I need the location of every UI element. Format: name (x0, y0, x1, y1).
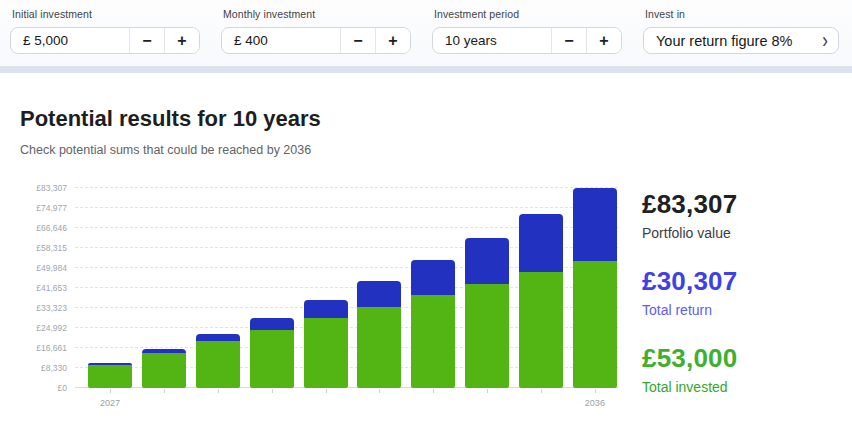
y-axis-label: £16,661 (36, 343, 67, 353)
y-axis-label: £74,977 (36, 203, 67, 213)
monthly-investment-increment-button[interactable]: + (375, 28, 410, 53)
x-axis-label: 2027 (100, 398, 120, 408)
bar-invested-segment (465, 284, 509, 388)
x-axis-tick (272, 389, 273, 393)
initial-investment-input[interactable] (11, 28, 129, 53)
investment-period-input[interactable] (433, 28, 551, 53)
x-axis-tick (433, 389, 434, 393)
y-axis-label: £49,984 (36, 263, 67, 273)
portfolio-value-amount: £83,307 (642, 188, 737, 220)
investment-period-increment-button[interactable]: + (586, 28, 621, 53)
invest-in-select[interactable]: Your return figure 8% › (643, 27, 839, 54)
initial-investment-label: Initial investment (12, 8, 200, 20)
bar-return-segment (196, 334, 240, 342)
total-return-item: £30,307 Total return (642, 265, 737, 319)
initial-investment-box: − + (10, 27, 200, 54)
bar-invested-segment (573, 261, 617, 388)
chart-bars: 20272036 (75, 188, 618, 388)
bar-return-segment (304, 300, 348, 319)
bar-return-segment (357, 281, 401, 307)
monthly-investment-decrement-button[interactable]: − (340, 28, 375, 53)
y-axis-label: £33,323 (36, 303, 67, 313)
bar-return-segment (250, 318, 294, 330)
x-axis-tick (379, 389, 380, 393)
total-return-amount: £30,307 (642, 265, 737, 297)
y-axis-label: £66,646 (36, 223, 67, 233)
total-invested-label: Total invested (642, 378, 737, 396)
invest-in-control: Invest in Your return figure 8% › (643, 8, 839, 66)
invest-in-label: Invest in (645, 8, 839, 20)
bar-return-segment (573, 188, 617, 261)
bar-2027[interactable]: 2027 (88, 363, 132, 389)
bar-invested-segment (88, 365, 132, 389)
y-axis-label: £0 (58, 383, 67, 393)
y-axis-label: £58,315 (36, 243, 67, 253)
bar-invested-segment (357, 307, 401, 388)
bar-2033[interactable] (411, 260, 455, 388)
chevron-right-icon: › (822, 29, 828, 52)
invest-in-selected-value: Your return figure 8% (656, 33, 793, 49)
page-subtitle: Check potential sums that could be reach… (20, 143, 832, 158)
monthly-investment-input[interactable] (222, 28, 340, 53)
controls-bar: Initial investment − + Monthly investmen… (0, 0, 852, 73)
bar-invested-segment (196, 341, 240, 388)
x-axis-tick (218, 389, 219, 393)
bar-2035[interactable] (519, 214, 563, 388)
monthly-investment-control: Monthly investment − + (221, 8, 411, 66)
bar-2034[interactable] (465, 238, 509, 388)
chart-y-axis: £0£8,330£16,661£24,992£33,323£41,653£49,… (20, 188, 75, 388)
initial-investment-control: Initial investment − + (10, 8, 200, 66)
bar-invested-segment (519, 272, 563, 388)
bar-return-segment (411, 260, 455, 295)
initial-investment-increment-button[interactable]: + (164, 28, 199, 53)
bar-return-segment (519, 214, 563, 272)
portfolio-value-label: Portfolio value (642, 224, 737, 242)
x-axis-tick (541, 389, 542, 393)
bar-return-segment (465, 238, 509, 284)
y-axis-label: £41,653 (36, 283, 67, 293)
total-invested-amount: £53,000 (642, 342, 737, 374)
chart-row: £0£8,330£16,661£24,992£33,323£41,653£49,… (20, 188, 832, 419)
bar-2029[interactable] (196, 334, 240, 388)
investment-period-control: Investment period − + (432, 8, 622, 66)
bar-2032[interactable] (357, 281, 401, 388)
x-axis-tick (487, 389, 488, 393)
projection-chart: £0£8,330£16,661£24,992£33,323£41,653£49,… (20, 188, 618, 410)
bar-invested-segment (411, 295, 455, 388)
y-axis-label: £83,307 (36, 183, 67, 193)
x-axis-tick (326, 389, 327, 393)
x-axis-tick (595, 389, 596, 393)
investment-period-label: Investment period (434, 8, 622, 20)
y-axis-label: £8,330 (41, 363, 67, 373)
summary-panel: £83,307 Portfolio value £30,307 Total re… (642, 188, 737, 419)
investment-period-box: − + (432, 27, 622, 54)
x-axis-tick (164, 389, 165, 393)
chart-plot: 20272036 (75, 188, 618, 388)
bar-2031[interactable] (304, 300, 348, 388)
x-axis-label: 2036 (585, 398, 605, 408)
bar-invested-segment (304, 318, 348, 388)
monthly-investment-box: − + (221, 27, 411, 54)
portfolio-value-item: £83,307 Portfolio value (642, 188, 737, 242)
x-axis-tick (110, 389, 111, 393)
y-axis-label: £24,992 (36, 323, 67, 333)
investment-period-decrement-button[interactable]: − (551, 28, 586, 53)
bar-2028[interactable] (142, 349, 186, 388)
bar-2036[interactable]: 2036 (573, 188, 617, 388)
page-title: Potential results for 10 years (20, 105, 832, 133)
total-invested-item: £53,000 Total invested (642, 342, 737, 396)
initial-investment-decrement-button[interactable]: − (129, 28, 164, 53)
monthly-investment-label: Monthly investment (223, 8, 411, 20)
bar-2030[interactable] (250, 318, 294, 388)
bar-invested-segment (142, 353, 186, 388)
bar-invested-segment (250, 330, 294, 388)
total-return-label: Total return (642, 301, 737, 319)
results-section: Potential results for 10 years Check pot… (0, 73, 852, 419)
